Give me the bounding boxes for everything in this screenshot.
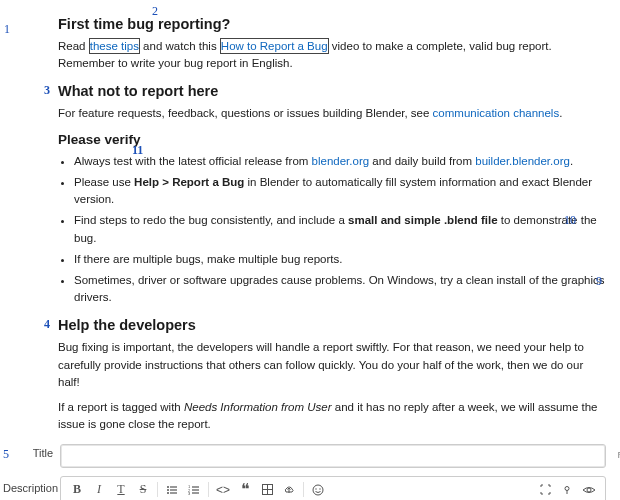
toolbar-right [535, 480, 599, 500]
heading-what-not: 3 What not to report here [58, 83, 606, 99]
intro-paragraph: Read these tips and watch this How to Re… [58, 38, 606, 73]
v1c: . [570, 155, 573, 167]
annotation-1: 1 [4, 22, 10, 37]
svg-point-2 [167, 489, 169, 491]
heading-please-verify-text: Please verify [58, 132, 141, 147]
tips-link[interactable]: these tips [89, 38, 140, 54]
help-p2: If a report is tagged with Needs Informa… [58, 399, 606, 434]
v1b: and daily build from [369, 155, 475, 167]
editor-toolbar: B I T S 123 <> ❝ [61, 477, 605, 501]
hp2em: Needs Information from User [184, 401, 332, 413]
unordered-list-button[interactable] [162, 480, 182, 500]
svg-point-4 [167, 492, 169, 494]
annotation-5: 5 [3, 447, 9, 462]
heading-please-verify: Please verify 11 [58, 132, 606, 147]
what-not-paragraph: For feature requests, feedback, question… [58, 105, 606, 122]
heading-first-time: First time bug reporting? [58, 16, 606, 32]
strikethrough-button[interactable]: S [133, 480, 153, 500]
description-editor: B I T S 123 <> ❝ [60, 476, 606, 501]
underline-button[interactable]: T [111, 480, 131, 500]
what-not-lead: For feature requests, feedback, question… [58, 107, 433, 119]
code-button[interactable]: <> [213, 480, 233, 500]
svg-text:3: 3 [188, 491, 191, 496]
svg-rect-7 [192, 486, 199, 487]
title-row: 5 Title 8 Required [58, 444, 606, 468]
svg-point-18 [319, 488, 320, 489]
quote-button[interactable]: ❝ [235, 480, 255, 500]
v3a: Find steps to redo the bug consistently,… [74, 214, 348, 226]
toolbar-separator [303, 482, 304, 497]
list-item: If there are multiple bugs, make multipl… [74, 251, 606, 269]
list-item: Always test with the latest official rel… [74, 153, 606, 171]
heading-what-not-text: What not to report here [58, 83, 218, 99]
list-item: Sometimes, driver or software upgrades c… [74, 272, 606, 308]
emoji-button[interactable] [308, 480, 328, 500]
ordered-list-button[interactable]: 123 [184, 480, 204, 500]
fullscreen-button[interactable] [535, 480, 555, 500]
v2s: Help > Report a Bug [134, 176, 244, 188]
title-input[interactable] [60, 444, 606, 468]
v1a: Always test with the latest official rel… [74, 155, 312, 167]
svg-rect-1 [170, 486, 177, 487]
toolbar-separator [157, 482, 158, 497]
svg-point-19 [565, 486, 569, 490]
v3s: small and simple .blend file [348, 214, 498, 226]
heading-help-devs: 4 Help the developers [58, 317, 606, 333]
italic-button[interactable]: I [89, 480, 109, 500]
bold-button[interactable]: B [67, 480, 87, 500]
help-p1: Bug fixing is important, the developers … [58, 339, 606, 391]
svg-rect-9 [192, 489, 199, 490]
intro-read: Read [58, 40, 89, 52]
list-item: Please use Help > Report a Bug in Blende… [74, 174, 606, 210]
v5: Sometimes, driver or software upgrades c… [74, 274, 605, 304]
svg-point-0 [167, 486, 169, 488]
svg-rect-11 [192, 492, 199, 493]
intro-and-watch: and watch this [140, 40, 220, 52]
table-button[interactable] [257, 480, 277, 500]
verify-list: Always test with the latest official rel… [58, 153, 606, 308]
communication-channels-link[interactable]: communication channels [433, 107, 560, 119]
svg-rect-5 [170, 492, 177, 493]
description-row: Description B I T S 123 <> ❝ [58, 476, 606, 501]
hp2a: If a report is tagged with [58, 401, 184, 413]
annotation-3: 3 [44, 83, 50, 98]
annotation-4: 4 [44, 317, 50, 332]
title-label: Title [13, 447, 53, 459]
description-label: Description [3, 482, 55, 494]
pin-button[interactable] [557, 480, 577, 500]
heading-help-devs-text: Help the developers [58, 317, 196, 333]
svg-point-21 [587, 488, 591, 492]
preview-button[interactable] [579, 480, 599, 500]
what-not-period: . [559, 107, 562, 119]
svg-point-17 [315, 488, 316, 489]
svg-rect-3 [170, 489, 177, 490]
page-content: First time bug reporting? 1 2 Read these… [0, 0, 620, 500]
list-item: Find steps to redo the bug consistently,… [74, 212, 606, 248]
upload-button[interactable] [279, 480, 299, 500]
v2a: Please use [74, 176, 134, 188]
builder-blender-org-link[interactable]: builder.blender.org [475, 155, 570, 167]
video-link[interactable]: How to Report a Bug [220, 38, 329, 54]
blender-org-link[interactable]: blender.org [312, 155, 370, 167]
toolbar-separator [208, 482, 209, 497]
svg-point-16 [313, 485, 323, 495]
